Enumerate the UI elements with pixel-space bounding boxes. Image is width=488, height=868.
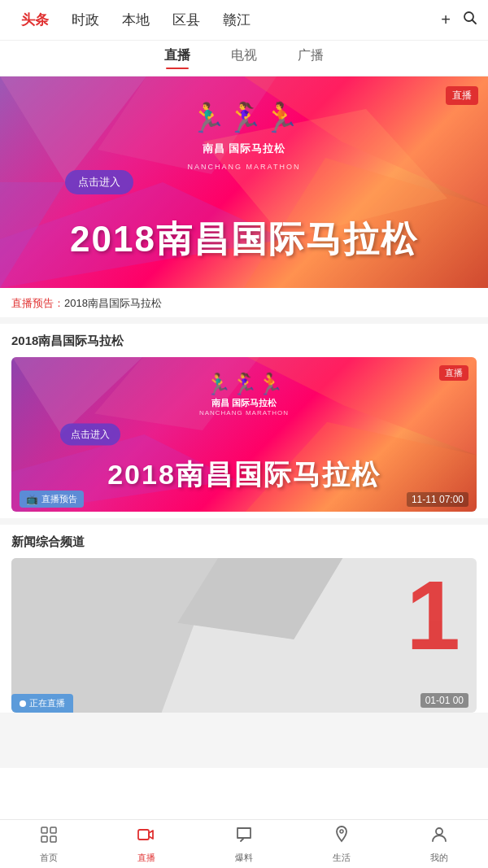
section-news: 新闻综合频道 1 正在直播 01-01 00 xyxy=(0,525,488,713)
main-content: 🏃‍♂️🏃‍♀️🏃 南昌 国际马拉松 NANCHANG MARATHON 点击进… xyxy=(0,76,488,768)
svg-rect-19 xyxy=(41,836,47,842)
preview-icon: 📺 xyxy=(26,494,38,505)
news-time: 01-01 00 xyxy=(420,693,468,708)
hero-live-badge: 直播 xyxy=(446,86,478,105)
nav-item-shizheng[interactable]: 时政 xyxy=(60,11,111,29)
info-strip-preview-text: 直播预告：2018南昌国际马拉松 xyxy=(11,296,477,311)
hero-enter-button[interactable]: 点击进入 xyxy=(65,170,133,194)
add-icon[interactable]: + xyxy=(441,11,451,29)
home-label: 首页 xyxy=(40,852,58,864)
preview-title: 2018南昌国际马拉松 xyxy=(64,297,162,309)
hero-brand-cn: 南昌 国际马拉松 xyxy=(203,142,286,156)
bottom-nav-mine[interactable]: 我的 xyxy=(390,825,488,864)
location-icon xyxy=(332,825,351,849)
top-navigation: 头条 时政 本地 区县 赣江 + xyxy=(0,0,488,41)
bottom-nav-live[interactable]: 直播 xyxy=(98,825,195,864)
section-title-news: 新闻综合频道 xyxy=(11,534,477,550)
card-preview-badge: 📺 直播预告 xyxy=(20,491,84,508)
user-icon xyxy=(429,825,449,849)
nav-item-ganjiang[interactable]: 赣江 xyxy=(211,11,262,29)
runners-icon: 🏃‍♂️🏃‍♀️🏃 xyxy=(190,101,299,135)
bottom-nav-life[interactable]: 生活 xyxy=(293,825,390,864)
svg-marker-2 xyxy=(0,76,146,182)
section-title-marathon: 2018南昌国际马拉松 xyxy=(11,334,477,349)
hero-main-text: 2018南昌国际马拉松 xyxy=(0,216,488,264)
card-brand-en: NANCHANG MARATHON xyxy=(199,409,289,417)
nav-item-bendi[interactable]: 本地 xyxy=(111,11,161,29)
preview-label: 直播预告： xyxy=(11,297,64,309)
tab-tv[interactable]: 电视 xyxy=(231,47,257,69)
card-logo: 🏃‍♂️🏃‍♀️🏃 南昌 国际马拉松 NANCHANG MARATHON xyxy=(199,372,289,417)
marathon-card-banner[interactable]: 🏃‍♂️🏃‍♀️🏃 南昌 国际马拉松 NANCHANG MARATHON 点击进… xyxy=(11,357,477,512)
svg-line-1 xyxy=(473,20,477,24)
live-dot-icon xyxy=(20,700,26,707)
card-enter-button[interactable]: 点击进入 xyxy=(60,424,120,446)
mine-label: 我的 xyxy=(430,852,448,864)
tab-live[interactable]: 直播 xyxy=(164,47,190,69)
info-strip: 直播预告：2018南昌国际马拉松 xyxy=(0,288,488,317)
card-brand-cn: 南昌 国际马拉松 xyxy=(211,397,277,409)
hero-banner[interactable]: 🏃‍♂️🏃‍♀️🏃 南昌 国际马拉松 NANCHANG MARATHON 点击进… xyxy=(0,76,488,288)
search-icon[interactable] xyxy=(462,10,478,30)
baoliao-label: 爆料 xyxy=(235,852,253,864)
live-label: 直播 xyxy=(137,852,155,864)
live-icon xyxy=(137,825,156,849)
svg-rect-18 xyxy=(50,827,56,833)
card-live-badge: 直播 xyxy=(439,365,468,381)
svg-point-23 xyxy=(436,828,442,835)
card-time: 11-11 07:00 xyxy=(407,492,468,507)
bottom-navigation: 首页 直播 爆料 生活 xyxy=(0,819,488,868)
bottom-nav-home[interactable]: 首页 xyxy=(0,825,98,864)
card-footer: 📺 直播预告 11-11 07:00 xyxy=(11,486,477,512)
svg-marker-15 xyxy=(11,558,219,713)
sub-tabs: 直播 电视 广播 xyxy=(0,41,488,76)
svg-rect-17 xyxy=(41,827,47,833)
svg-point-22 xyxy=(340,830,343,833)
svg-marker-16 xyxy=(177,558,343,639)
preview-badge-text: 直播预告 xyxy=(41,493,77,505)
card-runners-icon: 🏃‍♂️🏃‍♀️🏃 xyxy=(205,372,283,397)
svg-rect-21 xyxy=(138,830,149,840)
nav-item-quxian[interactable]: 区县 xyxy=(161,11,211,29)
news-live-badge: 正在直播 xyxy=(11,694,73,713)
bottom-nav-baoliao[interactable]: 爆料 xyxy=(195,825,293,864)
nav-item-toutiao[interactable]: 头条 xyxy=(10,11,60,29)
svg-rect-20 xyxy=(50,836,56,842)
home-icon xyxy=(39,825,59,849)
tab-radio[interactable]: 广播 xyxy=(298,47,324,69)
life-label: 生活 xyxy=(333,852,351,864)
section-marathon: 2018南昌国际马拉松 🏃‍♂️🏃‍♀️🏃 南昌 国际马拉松 NANCHANG … xyxy=(0,324,488,518)
hero-brand-en: NANCHANG MARATHON xyxy=(188,163,301,171)
chat-icon xyxy=(234,825,254,849)
hero-logo: 🏃‍♂️🏃‍♀️🏃 南昌 国际马拉松 NANCHANG MARATHON xyxy=(188,101,301,171)
live-badge-text: 正在直播 xyxy=(29,697,65,709)
news-number: 1 xyxy=(406,566,460,664)
news-card-banner[interactable]: 1 正在直播 01-01 00 xyxy=(11,558,477,713)
